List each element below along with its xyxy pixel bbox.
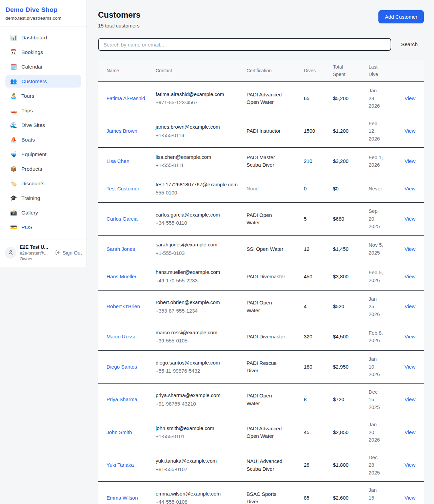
customer-name-cell: Sarah Jones [106,241,156,258]
search-input[interactable] [98,38,391,51]
sidebar-item-calendar[interactable]: 🗓️Calendar [5,60,81,73]
shop-domain: demo.test.divestreams.com [5,16,81,21]
sidebar-item-training[interactable]: 🎓Training [5,192,81,204]
customer-certification: PADI Open Water [246,207,291,231]
customer-contact-cell: marco.rossi@example.com+39-555-0105 [156,324,246,350]
table-row: Yuki Tanakayuki.tanaka@example.com+81-55… [98,449,424,482]
sign-out-button[interactable]: Sign Out [55,250,82,256]
view-link[interactable]: View [405,396,415,402]
customer-name-link[interactable]: Carlos Garcia [106,216,138,222]
customer-name-link[interactable]: Hans Mueller [106,274,136,279]
view-link[interactable]: View [405,216,415,222]
customer-name-link[interactable]: Yuki Tanaka [106,462,134,468]
column-header: Certification [246,64,304,78]
customer-contact-cell: hans.mueller@example.com+49-170-555-2233 [156,264,246,289]
customer-certification: BSAC Sports Diver [246,486,291,504]
customer-name-link[interactable]: Test Customer [106,186,139,191]
sidebar-item-dashboard[interactable]: 📊Dashboard [5,31,81,44]
view-link[interactable]: View [405,303,415,309]
customer-name-link[interactable]: Marco Rossi [106,334,135,339]
customer-certification: NAUI Advanced Scuba Diver [246,453,291,478]
customer-certification: PADI Advanced Open Water [246,86,291,111]
sidebar-item-label: Dive Sites [21,122,45,128]
sidebar-item-customers[interactable]: 👥Customers [5,75,81,88]
table-row: Lisa Chenlisa.chen@example.com+1-555-011… [98,148,424,175]
customer-name-link[interactable]: James Brown [106,128,137,134]
view-link[interactable]: View [405,462,415,468]
customer-action-cell: View [405,328,420,346]
gallery-icon: 📸 [10,209,17,216]
sidebar-item-dive-sites[interactable]: 🌊Dive Sites [5,119,81,131]
customers-icon: 👥 [10,78,17,85]
customer-name-link[interactable]: Emma Wilson [106,495,138,501]
customer-contact-cell: john.smith@example.com+1-555-0101 [156,420,246,445]
view-link[interactable]: View [405,128,415,134]
customer-action-cell: View [405,358,420,376]
sidebar-item-tours[interactable]: 🏝️Tours [5,90,81,102]
customer-name-link[interactable]: John Smith [106,429,132,435]
customer-count: 15 total customers [98,23,140,29]
view-link[interactable]: View [405,495,415,501]
sidebar-item-products[interactable]: 📦Products [5,163,81,175]
sidebar-item-label: Calendar [21,64,43,70]
customer-certification: PADI Advanced Open Water [246,420,291,445]
view-link[interactable]: View [405,158,415,164]
customer-total-spent: $680 [333,210,369,228]
customer-phone: 555-0100 [156,189,241,197]
customer-dives: 180 [304,358,333,376]
search-button[interactable]: Search [401,41,418,48]
customer-certification: PADI Open Water [246,294,291,319]
customer-contact-cell: robert.obrien@example.com+353-87-555-123… [156,294,246,319]
sidebar-item-equipment[interactable]: 🤿Equipment [5,148,81,161]
customer-action-cell: View [405,268,420,285]
sidebar-item-bookings[interactable]: 📅Bookings [5,46,81,58]
customer-total-spent: $2,600 [333,489,369,504]
sidebar-item-label: Equipment [21,151,46,157]
customer-dives: 320 [304,328,333,346]
customer-name-cell: Emma Wilson [106,489,156,504]
customer-email: yuki.tanaka@example.com [156,457,241,465]
calendar-icon: 🗓️ [10,63,17,70]
customer-contact-cell: fatima.alrashid@example.com+971-55-123-4… [156,86,246,111]
customer-name-link[interactable]: Lisa Chen [106,158,130,164]
customer-phone: +34-555-0110 [156,219,241,227]
customer-name-link[interactable]: Diego Santos [106,364,137,370]
customer-total-spent: $520 [333,298,369,315]
customer-contact-cell: lisa.chen@example.com+1-555-0111 [156,149,246,174]
customer-action-cell: View [405,123,420,140]
customer-name-cell: Priya Sharma [106,391,156,408]
sidebar-item-discounts[interactable]: 🏷️Discounts [5,177,81,190]
sidebar-item-boats[interactable]: ⛵Boats [5,133,81,146]
table-row: Fatima Al-Rashidfatima.alrashid@example.… [98,82,424,115]
sidebar-item-label: Dashboard [21,35,47,41]
customer-name-link[interactable]: Sarah Jones [106,246,135,252]
view-link[interactable]: View [405,95,415,101]
sidebar-item-pos[interactable]: 💳POS [5,221,81,234]
customer-last-dive: Feb 5, 2026 [369,264,390,289]
sidebar-item-label: Gallery [21,210,38,216]
customer-phone: +1-555-0101 [156,433,241,441]
view-link[interactable]: View [405,429,415,435]
view-link[interactable]: View [405,246,415,252]
customer-name-link[interactable]: Robert O'Brien [106,303,140,309]
customer-dives: 12 [304,241,333,258]
sidebar-item-gallery[interactable]: 📸Gallery [5,206,81,219]
customer-name-link[interactable]: Fatima Al-Rashid [106,95,145,101]
sidebar-item-trips[interactable]: 🚤Trips [5,104,81,117]
customer-total-spent: $1,800 [333,456,369,474]
customer-email: diego.santos@example.com [156,359,241,367]
sidebar-item-label: Boats [21,137,35,143]
column-header: Dives [304,64,333,78]
view-link[interactable]: View [405,274,415,279]
customer-certification: SSI Open Water [246,241,291,258]
customer-contact-cell: sarah.jones@example.com+1-555-0103 [156,236,246,262]
customer-total-spent: $2,950 [333,358,369,376]
add-customer-button[interactable]: Add Customer [378,10,424,23]
view-link[interactable]: View [405,364,415,370]
view-link[interactable]: View [405,334,415,339]
customer-name-link[interactable]: Priya Sharma [106,396,137,402]
view-link[interactable]: View [405,186,415,191]
customer-name-cell: Marco Rossi [106,328,156,346]
customer-phone: +81-555-0107 [156,466,241,473]
customer-email: priya.sharma@example.com [156,392,241,399]
